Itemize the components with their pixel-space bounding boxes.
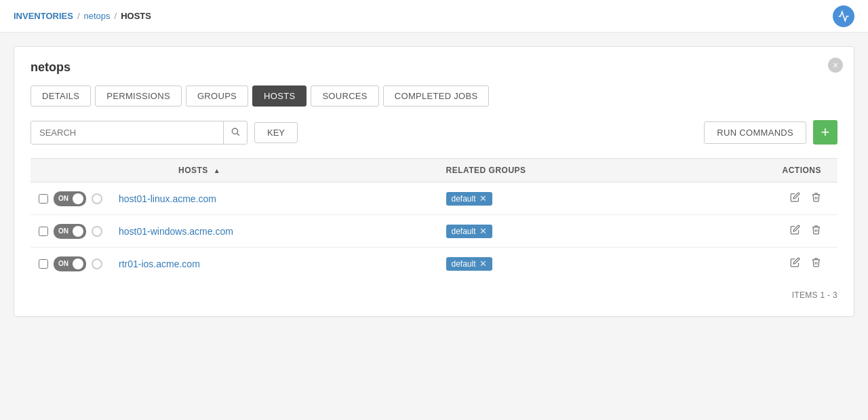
search-wrapper: [31, 121, 248, 145]
trash-icon: [811, 257, 821, 267]
related-groups-cell: default ✕: [438, 215, 679, 248]
col-checkbox: [31, 159, 111, 183]
breadcrumb-netops[interactable]: netops: [84, 11, 111, 21]
row-checkbox[interactable]: [39, 259, 48, 269]
toggle-label: ON: [56, 227, 71, 235]
delete-button[interactable]: [810, 223, 823, 239]
tab-permissions[interactable]: PERMISSIONS: [95, 85, 182, 107]
toggle-knob: [73, 226, 83, 237]
breadcrumb-sep-1: /: [77, 11, 80, 21]
radio-button[interactable]: [92, 193, 102, 204]
col-related-groups-header: RELATED GROUPS: [438, 159, 679, 183]
group-tag: default ✕: [446, 257, 492, 271]
add-host-button[interactable]: +: [813, 120, 837, 145]
host-link[interactable]: rtr01-ios.acme.com: [119, 259, 200, 269]
key-button[interactable]: KEY: [254, 122, 298, 143]
row-checkbox[interactable]: [39, 227, 48, 236]
actions-cell: [679, 248, 837, 280]
group-tag: default ✕: [446, 192, 492, 206]
group-tag-label: default: [452, 227, 476, 236]
related-groups-cell: default ✕: [438, 248, 679, 280]
radio-button[interactable]: [92, 259, 102, 269]
card-title: netops: [31, 60, 837, 75]
group-tag-remove[interactable]: ✕: [479, 227, 487, 235]
table-row: ON host01-windows.acme.com default ✕: [31, 215, 837, 248]
table-row: ON host01-linux.acme.com default ✕: [31, 183, 837, 215]
toggle-switch[interactable]: ON: [54, 256, 86, 271]
actions-cell: [679, 183, 837, 215]
host-link[interactable]: host01-linux.acme.com: [119, 193, 216, 204]
toolbar: KEY RUN COMMANDS +: [31, 120, 837, 145]
row-controls-cell: ON: [31, 183, 111, 215]
group-tag: default ✕: [446, 225, 492, 238]
card-close-button[interactable]: ×: [828, 58, 843, 73]
tab-bar: DETAILS PERMISSIONS GROUPS HOSTS SOURCES…: [31, 85, 837, 107]
table-header-row: HOSTS ▲ RELATED GROUPS ACTIONS: [31, 159, 837, 183]
delete-button[interactable]: [810, 256, 823, 271]
toggle-label: ON: [56, 260, 71, 267]
tab-sources[interactable]: SOURCES: [311, 85, 378, 107]
trash-icon: [811, 192, 821, 202]
breadcrumb: INVENTORIES / netops / HOSTS: [14, 11, 151, 21]
toggle-knob: [73, 193, 83, 204]
edit-button[interactable]: [789, 223, 802, 239]
group-tag-remove[interactable]: ✕: [479, 259, 487, 268]
hostname-cell: host01-windows.acme.com: [111, 215, 438, 248]
search-button[interactable]: [223, 121, 247, 144]
toggle-switch[interactable]: ON: [54, 224, 86, 239]
group-tag-label: default: [452, 259, 476, 269]
hosts-table: HOSTS ▲ RELATED GROUPS ACTIONS ON: [31, 158, 837, 280]
pencil-icon: [790, 192, 800, 202]
user-avatar[interactable]: [833, 5, 854, 27]
pencil-icon: [790, 257, 800, 267]
activity-icon: [837, 10, 850, 22]
pencil-icon: [790, 225, 800, 235]
hostname-cell: host01-linux.acme.com: [111, 183, 438, 215]
edit-button[interactable]: [789, 191, 802, 206]
sort-asc-icon: ▲: [214, 167, 220, 174]
breadcrumb-hosts: HOSTS: [121, 11, 151, 21]
run-commands-button[interactable]: RUN COMMANDS: [704, 121, 806, 144]
toggle-label: ON: [56, 195, 71, 202]
group-tag-label: default: [452, 194, 476, 204]
tab-hosts[interactable]: HOSTS: [252, 85, 307, 107]
toggle-knob: [73, 259, 83, 269]
trash-icon: [811, 225, 821, 235]
hostname-cell: rtr01-ios.acme.com: [111, 248, 438, 280]
actions-cell: [679, 215, 837, 248]
row-controls-cell: ON: [31, 248, 111, 280]
breadcrumb-inventories[interactable]: INVENTORIES: [14, 11, 73, 21]
tab-groups[interactable]: GROUPS: [186, 85, 248, 107]
tab-completed-jobs[interactable]: COMPLETED JOBS: [383, 85, 490, 107]
top-bar: INVENTORIES / netops / HOSTS: [0, 0, 868, 33]
breadcrumb-sep-2: /: [115, 11, 117, 21]
radio-button[interactable]: [92, 226, 102, 237]
table-row: ON rtr01-ios.acme.com default ✕: [31, 248, 837, 280]
search-input[interactable]: [31, 122, 223, 143]
tab-details[interactable]: DETAILS: [31, 85, 91, 107]
search-icon: [231, 127, 240, 136]
items-count: ITEMS 1 - 3: [31, 290, 837, 300]
related-groups-cell: default ✕: [438, 183, 679, 215]
main-content: netops × DETAILS PERMISSIONS GROUPS HOST…: [0, 33, 868, 330]
col-actions-header: ACTIONS: [679, 159, 837, 183]
col-hosts-header[interactable]: HOSTS ▲: [111, 159, 438, 183]
group-tag-remove[interactable]: ✕: [479, 194, 487, 203]
toggle-switch[interactable]: ON: [54, 191, 86, 206]
inventory-card: netops × DETAILS PERMISSIONS GROUPS HOST…: [14, 46, 854, 317]
svg-point-0: [232, 128, 237, 134]
svg-line-1: [237, 133, 239, 135]
host-link[interactable]: host01-windows.acme.com: [119, 226, 233, 237]
row-checkbox[interactable]: [39, 194, 48, 204]
row-controls-cell: ON: [31, 215, 111, 248]
delete-button[interactable]: [810, 191, 823, 206]
edit-button[interactable]: [789, 256, 802, 271]
